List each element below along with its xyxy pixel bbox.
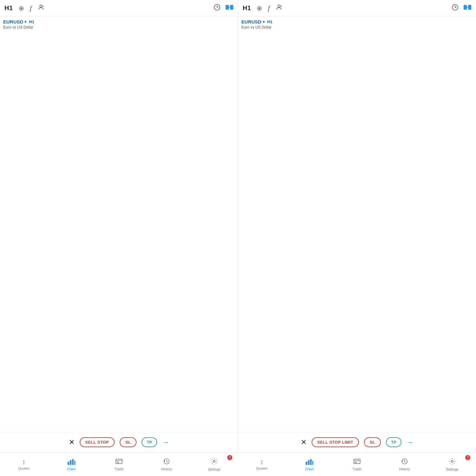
nav-left-settings[interactable]: 7 Settings: [190, 453, 238, 476]
nav-left-history[interactable]: History: [143, 453, 190, 476]
svg-rect-14: [468, 5, 471, 10]
settings-badge-right: 7: [465, 455, 470, 460]
right-clock-icon[interactable]: [451, 3, 459, 13]
right-close-button[interactable]: ✕: [301, 438, 307, 446]
svg-point-8: [278, 5, 280, 7]
nav-right-settings[interactable]: 7 Settings: [428, 453, 476, 476]
left-toolbar: H1 ⊕ f: [0, 0, 238, 17]
left-tp-button[interactable]: TP: [142, 437, 157, 447]
right-sl-button[interactable]: SL: [364, 437, 381, 447]
svg-rect-5: [225, 5, 228, 10]
nav-left-quotes[interactable]: ↕ Quotes: [0, 453, 48, 476]
trade-icon: [115, 458, 123, 466]
nav-right-settings-label: Settings: [446, 467, 459, 471]
charts-container: H1 ⊕ f: [0, 0, 476, 452]
quotes-icon-right: ↕: [260, 459, 264, 466]
settings-badge-left: 7: [227, 455, 232, 460]
svg-rect-17: [70, 460, 71, 465]
left-toolbar-right: [213, 3, 234, 13]
left-sl-button[interactable]: SL: [120, 437, 136, 447]
history-icon-left: [163, 458, 170, 466]
svg-rect-18: [72, 459, 74, 465]
right-timeframe: H1: [243, 4, 251, 12]
svg-rect-29: [310, 459, 312, 465]
left-chart: EURUSD ▾ H1 Euro vs US Dollar: [0, 17, 238, 432]
left-nav: ↕ Quotes Chart Trade: [0, 452, 238, 476]
history-icon-right: [401, 458, 408, 466]
right-chart: EURUSD ▾ H1 Euro vs US Dollar: [238, 17, 476, 432]
nav-right-quotes[interactable]: ↕ Quotes: [238, 453, 286, 476]
trade-icon-right: [353, 458, 361, 466]
nav-left-chart[interactable]: Chart: [48, 453, 95, 476]
svg-rect-6: [230, 5, 233, 10]
nav-left-trade-label: Trade: [115, 467, 123, 471]
svg-rect-22: [117, 462, 119, 463]
svg-rect-16: [68, 462, 69, 465]
right-tp-button[interactable]: TP: [386, 437, 401, 447]
chart-icon-right: [306, 458, 313, 466]
svg-rect-31: [354, 459, 360, 464]
settings-icon-right: [448, 458, 456, 466]
svg-rect-20: [116, 459, 122, 464]
bottom-nav: ↕ Quotes Chart Trade: [0, 452, 476, 476]
nav-right-history-label: History: [399, 467, 410, 471]
nav-right-trade-label: Trade: [353, 467, 361, 471]
svg-rect-19: [74, 461, 75, 465]
left-arrow-button[interactable]: →: [162, 438, 169, 446]
quotes-icon: ↕: [22, 459, 26, 466]
left-timeframe: H1: [4, 4, 13, 12]
nav-right-history[interactable]: History: [381, 453, 428, 476]
left-panel: H1 ⊕ f: [0, 0, 238, 452]
right-nav: ↕ Quotes Chart Trade: [238, 452, 476, 476]
svg-point-0: [40, 5, 42, 7]
nav-right-quotes-label: Quotes: [256, 466, 267, 470]
right-formula-icon[interactable]: f: [268, 4, 270, 12]
svg-line-25: [167, 461, 168, 462]
right-link-icon[interactable]: [463, 4, 472, 13]
left-close-button[interactable]: ✕: [69, 438, 75, 446]
nav-right-chart[interactable]: Chart: [286, 453, 333, 476]
nav-left-settings-label: Settings: [208, 467, 221, 471]
left-crosshair-icon[interactable]: ⊕: [19, 4, 24, 12]
left-person-icon[interactable]: [37, 4, 44, 12]
left-action-bar: ✕ SELL STOP SL TP →: [0, 432, 238, 452]
right-canvas: [238, 17, 476, 432]
right-toolbar: H1 ⊕ f: [238, 0, 476, 17]
svg-point-37: [451, 460, 453, 462]
svg-rect-13: [464, 5, 467, 10]
svg-rect-33: [355, 462, 357, 463]
left-order-button[interactable]: SELL STOP: [80, 437, 115, 447]
right-crosshair-icon[interactable]: ⊕: [257, 4, 262, 12]
left-formula-icon[interactable]: f: [30, 4, 32, 12]
right-action-bar: ✕ SELL STOP LIMIT SL TP →: [238, 432, 476, 452]
nav-left-trade[interactable]: Trade: [95, 453, 143, 476]
svg-rect-30: [312, 461, 313, 465]
right-toolbar-right: [451, 3, 472, 13]
left-canvas: [0, 17, 238, 432]
nav-left-history-label: History: [161, 467, 172, 471]
chart-icon: [68, 458, 75, 466]
nav-right-trade[interactable]: Trade: [333, 453, 381, 476]
right-panel: H1 ⊕ f: [238, 0, 476, 452]
left-link-icon[interactable]: [225, 4, 234, 13]
nav-left-chart-label: Chart: [67, 467, 76, 471]
right-person-icon[interactable]: [275, 4, 282, 12]
left-clock-icon[interactable]: [213, 3, 221, 13]
svg-line-36: [405, 461, 406, 462]
svg-point-26: [213, 460, 215, 462]
svg-rect-27: [306, 462, 307, 465]
nav-right-chart-label: Chart: [305, 467, 314, 471]
right-arrow-button[interactable]: →: [407, 438, 413, 446]
right-order-button[interactable]: SELL STOP LIMIT: [312, 437, 359, 447]
settings-icon-left: [210, 458, 218, 466]
nav-left-quotes-label: Quotes: [18, 466, 29, 470]
svg-rect-28: [308, 460, 309, 465]
